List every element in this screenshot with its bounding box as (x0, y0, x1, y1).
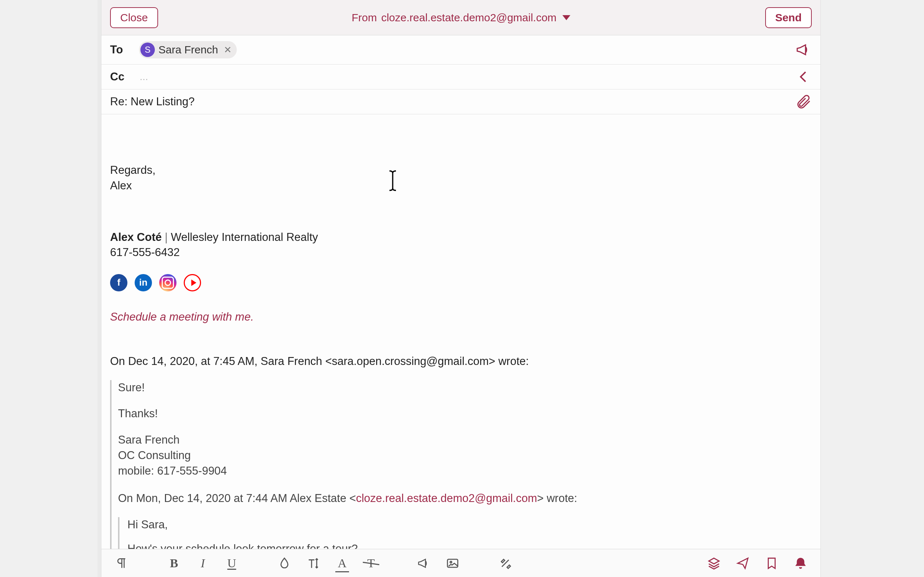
from-address: cloze.real.estate.demo2@gmail.com (381, 11, 557, 24)
quoted-message: Sure! Thanks! Sara French OC Consulting … (110, 380, 812, 549)
compose-header: Close From cloze.real.estate.demo2@gmail… (102, 0, 821, 35)
inner-quote-attribution: On Mon, Dec 14, 2020 at 7:44 AM Alex Est… (118, 491, 812, 506)
inner-attrib-suffix: > wrote: (537, 492, 577, 504)
schedule-meeting-link[interactable]: Schedule a meeting with me. (110, 309, 812, 325)
bold-icon[interactable]: B (167, 556, 181, 570)
inner-attrib-prefix: On Mon, Dec 14, 2020 at 7:44 AM Alex Est… (118, 492, 356, 504)
send-later-icon[interactable] (736, 556, 750, 570)
from-label: From (352, 11, 377, 24)
signature-company: Wellesley International Realty (171, 231, 318, 243)
quoted-line: Thanks! (118, 406, 812, 422)
italic-icon[interactable]: I (196, 556, 210, 570)
text-size-icon[interactable] (307, 556, 320, 570)
color-icon[interactable] (278, 556, 291, 570)
quoted-line: mobile: 617-555-9904 (118, 463, 812, 479)
signature-phone: 617-555-6432 (110, 245, 812, 260)
remove-recipient-icon[interactable]: ✕ (224, 44, 232, 56)
format-toolbar: B I U A T (102, 549, 821, 577)
signature-name-line: Alex Coté | Wellesley International Real… (110, 230, 812, 245)
compose-panel: Close From cloze.real.estate.demo2@gmail… (101, 0, 821, 577)
send-button[interactable]: Send (765, 7, 812, 28)
signature-full-name: Alex Coté (110, 231, 162, 243)
tools-icon[interactable] (498, 556, 512, 570)
recipient-chip[interactable]: S Sara French ✕ (139, 41, 237, 58)
quoted-line: Sure! (118, 380, 812, 396)
inner-quoted-message: Hi Sara, How's your schedule look tomorr… (118, 517, 812, 549)
quoted-line: OC Consulting (118, 448, 812, 463)
bookmark-icon[interactable] (765, 556, 779, 570)
layers-icon[interactable] (707, 556, 721, 570)
cc-row[interactable]: Cc ... (102, 64, 821, 89)
from-selector[interactable]: From cloze.real.estate.demo2@gmail.com (352, 11, 570, 24)
signature-closing: Regards, Alex (110, 163, 812, 193)
email-body[interactable]: Regards, Alex Alex Coté | Wellesley Inte… (102, 114, 821, 549)
recipient-avatar: S (141, 43, 155, 57)
closing-line: Regards, (110, 163, 812, 178)
collapse-icon[interactable] (795, 69, 812, 85)
instagram-icon[interactable] (159, 274, 176, 292)
close-button[interactable]: Close (110, 7, 158, 28)
cc-placeholder: ... (140, 71, 148, 82)
clear-format-icon[interactable]: T (364, 556, 378, 570)
attachment-icon[interactable] (795, 93, 812, 110)
facebook-icon[interactable]: f (110, 274, 128, 292)
youtube-icon[interactable] (184, 274, 201, 292)
inner-quoted-line: How's your schedule look tomorrow for a … (128, 541, 812, 549)
chevron-down-icon (562, 15, 570, 20)
linkedin-icon[interactable]: in (135, 274, 152, 292)
closing-first-name: Alex (110, 178, 812, 193)
quoted-line: Sara French (118, 432, 812, 448)
cc-label: Cc (110, 70, 139, 83)
to-label: To (110, 43, 139, 56)
subject-row[interactable] (102, 89, 821, 114)
megaphone-icon[interactable] (417, 556, 431, 570)
inner-attrib-email[interactable]: cloze.real.estate.demo2@gmail.com (356, 492, 537, 504)
to-row[interactable]: To S Sara French ✕ (102, 35, 821, 64)
underline-icon[interactable]: U (225, 556, 239, 570)
inner-quoted-line: Hi Sara, (128, 517, 812, 533)
signature-separator: | (162, 231, 171, 243)
image-icon[interactable] (446, 556, 459, 570)
svg-point-1 (450, 561, 452, 563)
announce-icon[interactable] (795, 42, 812, 58)
left-strip (97, 0, 101, 577)
paragraph-icon[interactable] (115, 556, 128, 570)
quote-attribution: On Dec 14, 2020, at 7:45 AM, Sara French… (110, 354, 812, 369)
social-icons-row: f in (110, 274, 812, 292)
bell-icon[interactable] (794, 556, 808, 570)
recipient-name: Sara French (158, 44, 218, 56)
font-icon[interactable]: A (335, 556, 349, 570)
subject-input[interactable] (110, 95, 742, 108)
